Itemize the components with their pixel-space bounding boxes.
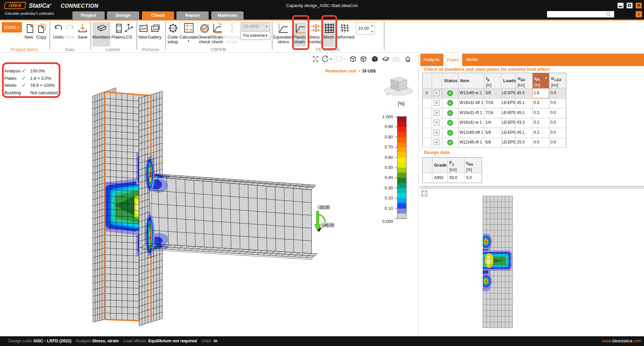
svg-text:</>: </> — [170, 26, 176, 30]
svg-text:%: % — [218, 22, 222, 26]
svg-text:+Y: +Y — [394, 85, 396, 87]
svg-text:-30.00: -30.00 — [318, 205, 330, 210]
svg-text:145.00: 145.00 — [322, 223, 334, 228]
